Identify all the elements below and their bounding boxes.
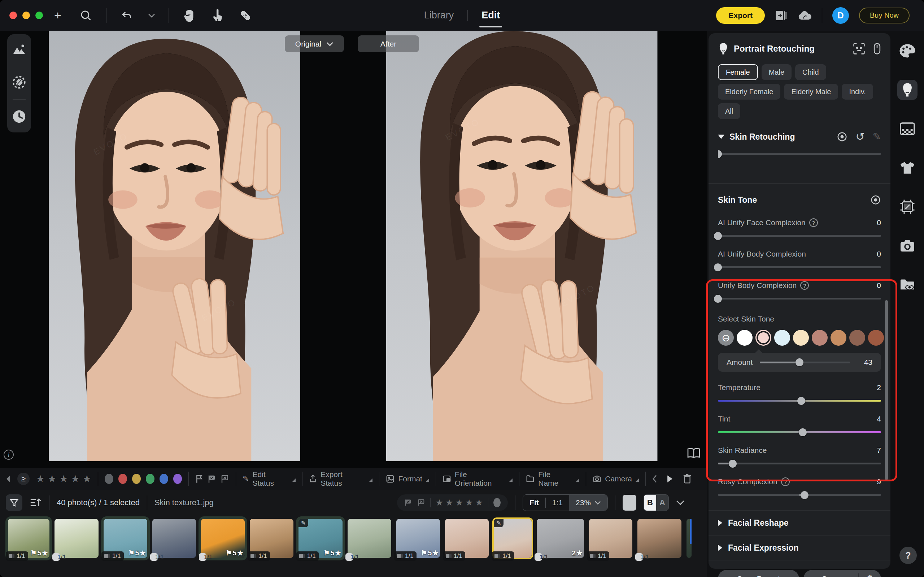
camera-settings-tab[interactable] <box>897 235 918 256</box>
color-label-dot[interactable] <box>132 474 141 484</box>
sort-icon[interactable] <box>30 497 42 508</box>
color-label-dot[interactable] <box>173 474 182 484</box>
portrait-retouching-tab[interactable] <box>897 80 918 100</box>
crop-tab[interactable] <box>897 197 918 217</box>
help-icon[interactable]: ? <box>800 281 809 290</box>
filmstrip-thumbnail[interactable]: 1/1 <box>152 519 196 558</box>
star-icon[interactable]: ★ <box>36 473 45 485</box>
rating-filter-operator[interactable]: ≥ <box>17 473 30 485</box>
filmstrip-thumbnail[interactable]: 1/1 ⚑5★ <box>8 519 50 558</box>
skin-radiance-slider-handle[interactable] <box>729 460 737 467</box>
photo-after[interactable]: EVOTO EVOTO <box>386 31 675 461</box>
slider-handle[interactable] <box>718 150 722 158</box>
chevron-left-icon[interactable] <box>652 475 657 483</box>
before-after-book-icon[interactable] <box>687 448 701 459</box>
add-photos-button[interactable]: + <box>50 8 66 23</box>
image-adjust-icon[interactable] <box>12 43 26 55</box>
close-window-button[interactable] <box>10 11 17 19</box>
rating-filter-stars[interactable]: ★★★★★ <box>36 473 91 485</box>
zoom-percent-dropdown[interactable]: 23% <box>569 495 608 511</box>
export-queue-icon[interactable] <box>775 9 787 22</box>
save-preset-button[interactable]: Save Preset <box>718 570 799 577</box>
avatar[interactable]: D <box>832 7 849 24</box>
heal-tool-button[interactable] <box>237 8 253 23</box>
amount-slider-track[interactable] <box>760 361 850 363</box>
star-icon[interactable]: ★ <box>71 473 79 485</box>
star-icon[interactable]: ★ <box>465 498 473 508</box>
face-detection-icon[interactable] <box>853 43 865 55</box>
trash-icon[interactable] <box>682 474 692 484</box>
filmstrip-thumbnail[interactable]: 1/1 ⚑5★ <box>396 519 440 558</box>
pointer-tool-button[interactable] <box>210 8 225 23</box>
export-status-menu[interactable]: Export Status <box>309 470 373 487</box>
category-chip[interactable]: Female <box>718 64 758 80</box>
flag-rejected-icon[interactable] <box>221 474 229 483</box>
filter-toggle-button[interactable] <box>6 494 23 511</box>
after-toggle[interactable]: A <box>656 495 668 511</box>
filmstrip-thumbnail[interactable] <box>687 519 692 558</box>
play-next-icon[interactable] <box>667 475 673 483</box>
panel-scrollbar[interactable] <box>885 300 888 480</box>
star-icon[interactable]: ★ <box>48 473 56 485</box>
slider-track[interactable] <box>718 235 881 237</box>
thumbnail-view-toggle[interactable] <box>622 495 636 511</box>
skin-tone-swatch[interactable]: ⊖ <box>718 330 734 346</box>
filmstrip-thumbnail[interactable]: ✎ 1/1 <box>494 519 532 558</box>
rosy-complexion-slider-track[interactable] <box>718 494 881 496</box>
rosy-complexion-slider-handle[interactable] <box>801 491 808 499</box>
star-icon[interactable]: ★ <box>475 498 483 508</box>
slider-track[interactable] <box>718 298 881 300</box>
tint-slider-handle[interactable] <box>799 428 807 436</box>
edit-status-menu[interactable]: ✎ Edit Status <box>243 470 296 487</box>
flag-picked-icon[interactable] <box>208 474 216 483</box>
flag-picked-icon[interactable] <box>404 499 412 507</box>
color-label-dot[interactable] <box>493 498 501 508</box>
category-chip[interactable]: Indiv. <box>842 84 873 100</box>
skin-tone-swatch[interactable] <box>774 330 790 346</box>
slider-handle[interactable] <box>714 263 722 271</box>
before-after-toggle[interactable]: B A <box>643 494 669 511</box>
color-label-dot[interactable] <box>118 474 127 484</box>
help-icon[interactable]: ? <box>809 218 818 227</box>
filmstrip-thumbnail[interactable]: 1/1 <box>348 519 391 558</box>
help-button[interactable]: ? <box>900 547 917 564</box>
presets-palette-tab[interactable] <box>897 41 918 61</box>
tint-slider-track[interactable] <box>718 431 881 433</box>
color-label-dot[interactable] <box>105 474 113 484</box>
original-view-dropdown[interactable]: Original <box>285 35 344 52</box>
flag-unflagged-icon[interactable] <box>195 474 203 483</box>
after-view-label[interactable]: After <box>358 35 419 52</box>
body-detection-icon[interactable] <box>873 43 881 55</box>
filmstrip-thumbnail[interactable]: ✎ 1/1 ⚑5★ <box>298 519 342 558</box>
history-icon[interactable] <box>12 110 26 124</box>
filmstrip-thumbnail[interactable]: 1/1 ⚑5★ <box>103 519 147 558</box>
skin-tone-swatch[interactable] <box>849 330 865 346</box>
star-icon[interactable]: ★ <box>445 498 453 508</box>
clothing-tab[interactable] <box>897 158 918 178</box>
background-tab[interactable] <box>897 119 918 139</box>
skin-tone-swatch[interactable] <box>868 330 884 346</box>
skin-tone-swatch[interactable] <box>737 330 753 346</box>
sync-button[interactable]: Sync ⚙ <box>803 570 881 577</box>
skin-tone-swatch[interactable] <box>755 330 771 346</box>
filmstrip-thumbnail[interactable]: 1/1 <box>589 519 632 558</box>
undo-history-dropdown[interactable] <box>147 8 156 23</box>
tab-edit[interactable]: Edit <box>479 5 502 26</box>
camera-menu[interactable]: Camera <box>593 474 639 483</box>
filmstrip-scroll-indicator[interactable] <box>690 519 692 544</box>
skin-tone-swatch[interactable] <box>812 330 827 346</box>
cloud-icon[interactable] <box>797 10 812 21</box>
skin-tone-swatch[interactable] <box>830 330 847 346</box>
format-menu[interactable]: Format <box>386 474 429 483</box>
flag-rejected-icon[interactable] <box>417 499 425 507</box>
search-button[interactable] <box>78 8 94 23</box>
category-chip[interactable]: All <box>718 103 740 119</box>
rate-stars[interactable]: ★★★★★ <box>435 498 483 508</box>
star-icon[interactable]: ★ <box>59 473 68 485</box>
hand-tool-button[interactable] <box>181 8 197 23</box>
collapse-filmstrip-icon[interactable] <box>676 500 685 506</box>
export-button[interactable]: Export <box>716 7 765 24</box>
info-icon[interactable]: i <box>3 450 14 460</box>
maximize-window-button[interactable] <box>35 11 43 19</box>
category-chip[interactable]: Male <box>761 64 792 80</box>
